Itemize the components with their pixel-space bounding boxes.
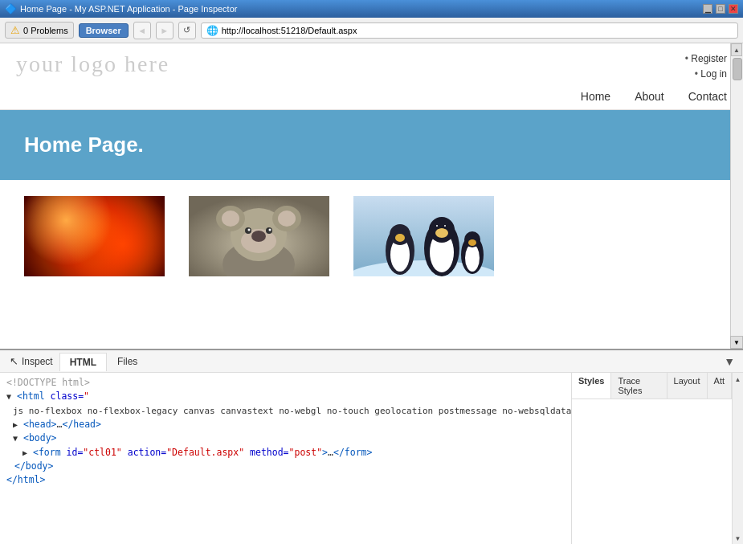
styles-tab-styles[interactable]: Styles bbox=[572, 373, 611, 399]
svg-point-28 bbox=[402, 230, 406, 234]
devtools-scroll-up[interactable]: ▲ bbox=[733, 374, 743, 385]
nav-about[interactable]: About bbox=[635, 90, 664, 103]
close-button[interactable]: ✕ bbox=[729, 4, 738, 14]
html-close-line: </html> bbox=[6, 473, 565, 487]
site-hero: Home Page. bbox=[0, 110, 743, 180]
styles-tab-trace[interactable]: Trace Styles bbox=[611, 373, 667, 399]
svg-point-11 bbox=[248, 229, 251, 231]
flower-image bbox=[24, 196, 165, 276]
window-title: Home Page - My ASP.NET Application - Pag… bbox=[20, 4, 237, 14]
gallery-image-flower bbox=[24, 196, 165, 276]
svg-point-5 bbox=[222, 211, 239, 227]
gallery-image-penguins bbox=[353, 196, 494, 276]
warning-icon: ⚠ bbox=[10, 24, 20, 36]
forward-button[interactable]: ► bbox=[156, 22, 174, 39]
form-expand[interactable]: ▶ bbox=[22, 447, 27, 459]
lock-icon: 🌐 bbox=[206, 25, 218, 36]
html-classes-text: js no-flexbox no-flexbox-legacy canvas c… bbox=[13, 406, 571, 416]
svg-point-32 bbox=[468, 239, 476, 246]
body-open-line: ▼ <body> bbox=[6, 431, 565, 445]
gallery-image-koala bbox=[189, 196, 329, 276]
devtools-right-controls: ▼ bbox=[719, 355, 740, 368]
problems-badge: ⚠ 0 Problems bbox=[5, 22, 74, 39]
problems-count: 0 Problems bbox=[23, 26, 68, 35]
form-line: ▶ <form id="ctl01" action="Default.aspx"… bbox=[6, 446, 565, 460]
site-logo: your logo here bbox=[16, 51, 169, 77]
doctype-line: <!DOCTYPE html> bbox=[6, 376, 565, 390]
browser-button[interactable]: Browser bbox=[79, 23, 129, 38]
panel-expand-btn[interactable]: ▼ bbox=[730, 336, 743, 349]
nav-contact[interactable]: Contact bbox=[688, 90, 727, 103]
site-auth: • Register • Log in bbox=[685, 51, 727, 82]
koala-image bbox=[189, 196, 329, 276]
svg-point-12 bbox=[269, 229, 271, 231]
site-header: your logo here • Register • Log in bbox=[0, 43, 743, 90]
svg-point-26 bbox=[395, 234, 405, 242]
svg-point-6 bbox=[278, 211, 296, 227]
svg-point-27 bbox=[394, 230, 398, 234]
devtools-body: <!DOCTYPE html> ▼ <html class=" js no-fl… bbox=[0, 373, 743, 544]
maximize-button[interactable]: □ bbox=[716, 4, 725, 14]
body-expand[interactable]: ▼ bbox=[13, 432, 18, 444]
minimize-button[interactable]: ▁ bbox=[703, 4, 712, 14]
register-link[interactable]: Register bbox=[691, 53, 727, 64]
site-gallery bbox=[0, 188, 743, 284]
tab-files[interactable]: Files bbox=[107, 352, 148, 370]
cursor-icon: ↖ bbox=[10, 355, 18, 367]
svg-point-22 bbox=[444, 225, 446, 227]
scrollbar[interactable]: ▲ ▼ bbox=[730, 43, 743, 349]
html-open-line: ▼ <html class=" bbox=[6, 390, 565, 403]
styles-panel: Styles Trace Styles Layout Att bbox=[571, 373, 732, 544]
inspect-label: Inspect bbox=[22, 356, 53, 367]
head-line: ▶ <head>…</head> bbox=[6, 418, 565, 431]
styles-tab-att[interactable]: Att bbox=[708, 373, 732, 399]
login-link[interactable]: Log in bbox=[700, 68, 727, 80]
penguins-image bbox=[353, 196, 494, 276]
title-bar: 🔷 Home Page - My ASP.NET Application - P… bbox=[0, 0, 743, 18]
title-bar-left: 🔷 Home Page - My ASP.NET Application - P… bbox=[5, 3, 237, 14]
inspect-button[interactable]: ↖ Inspect bbox=[3, 352, 59, 370]
devtools-scroll-down[interactable]: ▼ bbox=[733, 533, 743, 544]
title-bar-controls[interactable]: ▁ □ ✕ bbox=[703, 4, 738, 14]
devtools-tabs-bar: ↖ Inspect HTML Files ▼ bbox=[0, 350, 743, 373]
refresh-button[interactable]: ↺ bbox=[178, 22, 196, 39]
svg-point-20 bbox=[443, 224, 448, 229]
devtools-panel: ↖ Inspect HTML Files ▼ <!DOCTYPE html> ▼… bbox=[0, 349, 743, 544]
html-expand[interactable]: ▼ bbox=[6, 390, 11, 403]
styles-tab-layout[interactable]: Layout bbox=[667, 373, 708, 399]
head-expand[interactable]: ▶ bbox=[13, 419, 18, 431]
svg-point-21 bbox=[436, 225, 438, 227]
toolbar: ⚠ 0 Problems Browser ◄ ► ↺ 🌐 http://loca… bbox=[0, 18, 743, 43]
svg-point-19 bbox=[435, 224, 440, 229]
svg-point-30 bbox=[465, 244, 480, 272]
scroll-thumb[interactable] bbox=[733, 58, 742, 80]
html-tree: <!DOCTYPE html> ▼ <html class=" js no-fl… bbox=[0, 373, 571, 544]
svg-point-8 bbox=[251, 231, 266, 242]
app-icon: 🔷 bbox=[5, 3, 17, 14]
nav-home[interactable]: Home bbox=[581, 90, 610, 103]
body-close-line: </body> bbox=[6, 460, 565, 473]
scroll-up-arrow[interactable]: ▲ bbox=[731, 43, 742, 56]
devtools-expand-icon[interactable]: ▼ bbox=[719, 355, 740, 368]
back-button[interactable]: ◄ bbox=[133, 22, 151, 39]
hero-title: Home Page. bbox=[24, 133, 719, 157]
url-text: http://localhost:51218/Default.aspx bbox=[222, 26, 357, 35]
site-nav: Home About Contact bbox=[0, 90, 743, 110]
svg-point-18 bbox=[435, 228, 448, 238]
styles-tabs-bar: Styles Trace Styles Layout Att bbox=[572, 373, 732, 399]
url-bar[interactable]: 🌐 http://localhost:51218/Default.aspx bbox=[201, 22, 738, 39]
html-classes-line: js no-flexbox no-flexbox-legacy canvas c… bbox=[6, 404, 565, 419]
devtools-scrollbar[interactable]: ▲ ▼ bbox=[732, 373, 743, 544]
browser-content: your logo here • Register • Log in Home … bbox=[0, 43, 743, 349]
tab-html[interactable]: HTML bbox=[59, 353, 107, 371]
